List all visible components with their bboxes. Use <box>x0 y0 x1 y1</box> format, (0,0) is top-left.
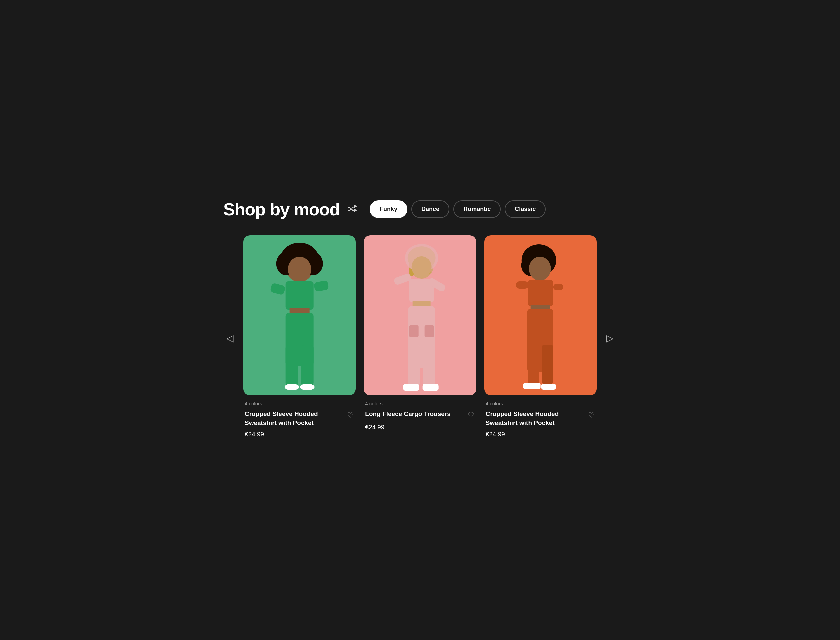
svg-rect-36 <box>528 280 553 306</box>
wishlist-btn-1[interactable]: ♡ <box>346 410 354 420</box>
product-info-1: 4 colors Cropped Sleeve Hooded Sweatshir… <box>243 395 356 441</box>
product-colors-3: 4 colors <box>486 401 595 406</box>
product-carousel: ◁ <box>223 235 617 441</box>
svg-rect-41 <box>528 345 539 384</box>
svg-rect-38 <box>553 284 563 290</box>
svg-rect-22 <box>393 273 412 285</box>
svg-point-20 <box>412 256 432 278</box>
svg-rect-27 <box>425 325 434 337</box>
svg-rect-26 <box>409 325 419 337</box>
svg-rect-42 <box>542 345 553 384</box>
product-colors-2: 4 colors <box>365 401 475 406</box>
product-price-3: €24.99 <box>486 430 595 438</box>
product-info-2: 4 colors Long Fleece Cargo Trousers ♡ €2… <box>364 395 476 434</box>
section-header: Shop by mood Funky Dance Romantic Classi… <box>223 199 617 219</box>
product-info-3: 4 colors Cropped Sleeve Hooded Sweatshir… <box>484 395 597 441</box>
product-image-2 <box>364 235 476 395</box>
svg-rect-11 <box>286 345 298 386</box>
mood-filters: Funky Dance Romantic Classic <box>370 200 546 218</box>
product-card-3[interactable]: 4 colors Cropped Sleeve Hooded Sweatshir… <box>484 235 597 441</box>
product-image-3 <box>484 235 597 395</box>
next-arrow[interactable]: ▷ <box>603 333 617 344</box>
svg-point-13 <box>285 384 299 390</box>
filter-romantic[interactable]: Romantic <box>453 200 501 218</box>
filter-dance[interactable]: Dance <box>411 200 450 218</box>
prev-arrow[interactable]: ◁ <box>223 333 237 344</box>
product-bg-3 <box>484 235 597 395</box>
svg-rect-29 <box>423 345 435 386</box>
product-price-2: €24.99 <box>365 424 475 431</box>
shop-by-mood-section: Shop by mood Funky Dance Romantic Classi… <box>210 179 630 461</box>
svg-rect-28 <box>408 345 420 386</box>
product-name-3: Cropped Sleeve Hooded Sweatshirt with Po… <box>486 410 585 427</box>
product-name-2: Long Fleece Cargo Trousers <box>365 410 464 419</box>
svg-point-35 <box>529 257 551 281</box>
filter-classic[interactable]: Classic <box>505 200 546 218</box>
product-price-1: €24.99 <box>245 430 354 438</box>
svg-rect-8 <box>314 280 329 292</box>
svg-rect-31 <box>423 384 439 391</box>
svg-rect-6 <box>286 281 314 310</box>
svg-point-14 <box>300 384 315 390</box>
svg-point-5 <box>288 257 311 282</box>
product-bg-2 <box>364 235 476 395</box>
svg-rect-7 <box>270 283 286 295</box>
product-name-row-2: Long Fleece Cargo Trousers ♡ <box>365 410 475 420</box>
product-name-row-1: Cropped Sleeve Hooded Sweatshirt with Po… <box>245 410 354 427</box>
svg-rect-30 <box>403 384 419 391</box>
product-card-1[interactable]: 4 colors Cropped Sleeve Hooded Sweatshir… <box>243 235 356 441</box>
svg-rect-44 <box>541 384 556 390</box>
products-grid: 4 colors Cropped Sleeve Hooded Sweatshir… <box>243 235 597 441</box>
svg-rect-43 <box>523 382 540 389</box>
product-image-1 <box>243 235 356 395</box>
product-bg-1 <box>243 235 356 395</box>
product-name-row-3: Cropped Sleeve Hooded Sweatshirt with Po… <box>486 410 595 427</box>
wishlist-btn-2[interactable]: ♡ <box>467 410 475 420</box>
wishlist-btn-3[interactable]: ♡ <box>587 410 595 420</box>
svg-rect-12 <box>301 345 314 386</box>
product-card-2[interactable]: 4 colors Long Fleece Cargo Trousers ♡ €2… <box>364 235 476 441</box>
filter-funky[interactable]: Funky <box>370 200 407 218</box>
svg-rect-37 <box>516 281 528 289</box>
product-colors-1: 4 colors <box>245 401 354 406</box>
section-title: Shop by mood <box>223 199 340 219</box>
shuffle-icon[interactable] <box>348 205 358 214</box>
product-name-1: Cropped Sleeve Hooded Sweatshirt with Po… <box>245 410 344 427</box>
